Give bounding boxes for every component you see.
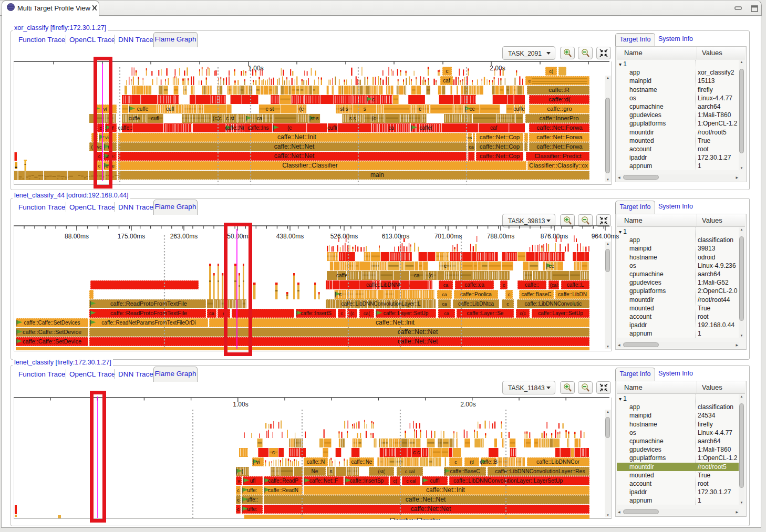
svg-text:caffe::Net::Net: caffe::Net::Net xyxy=(406,496,446,503)
svg-text:701.00ms: 701.00ms xyxy=(434,233,462,240)
svg-text:(: ( xyxy=(91,144,93,150)
svg-text:(c: (c xyxy=(299,106,304,112)
svg-text:st s: st s xyxy=(340,106,348,112)
svg-text:caf: caf xyxy=(443,78,450,84)
svg-text:caffe::ReadProtoFromTextFile: caffe::ReadProtoFromTextFile xyxy=(110,300,187,307)
svg-text:caffe::L: caffe::L xyxy=(567,282,584,288)
svg-text:613.00ms: 613.00ms xyxy=(382,233,410,240)
svg-text:Classifier::Predict: Classifier::Predict xyxy=(534,153,582,159)
svg-text:c: c xyxy=(372,97,375,102)
svg-text:cufl(: cufl( xyxy=(327,125,338,131)
svg-text:caffe::InnerPro: caffe::InnerPro xyxy=(539,115,578,121)
svg-text:c: c xyxy=(237,507,240,512)
svg-text:main: main xyxy=(370,171,384,179)
svg-text:caffe::Net::Cop: caffe::Net::Cop xyxy=(480,134,520,140)
svg-text:caffe::LibDN: caffe::LibDN xyxy=(558,291,587,297)
svg-text:caffe::N(: caffe::N( xyxy=(225,125,245,131)
svg-text:(cal: (cal xyxy=(550,283,558,288)
svg-text:caffe::Caffe::SetDevice: caffe::Caffe::SetDevice xyxy=(23,338,81,345)
svg-text:ca: ca xyxy=(469,144,474,150)
svg-text:1.00s: 1.00s xyxy=(248,65,263,72)
svg-text:caffe::Net::F: caffe::Net::F xyxy=(309,478,338,484)
svg-text:vi: vi xyxy=(256,459,260,465)
svg-text:ca: ca xyxy=(388,125,394,131)
svg-text:uffe:: uffe: xyxy=(247,506,257,512)
svg-text:c: c xyxy=(529,78,531,84)
svg-text:caffe::Layer::SetUp: caffe::Layer::SetUp xyxy=(384,310,429,316)
svg-text:88.00ms: 88.00ms xyxy=(65,233,89,240)
svg-text:1.00s: 1.00s xyxy=(233,401,248,408)
svg-text:caffe::ReadP: caffe::ReadP xyxy=(268,478,298,484)
svg-text:caffe::LibDNNConvolutionLayer:: caffe::LibDNNConvolutionLayer::Res xyxy=(495,468,585,474)
svg-text:caffe::Net::Net: caffe::Net::Net xyxy=(398,338,438,345)
svg-text:caffe::ReadN: caffe::ReadN xyxy=(268,487,298,493)
svg-text:c: c xyxy=(506,301,509,307)
svg-text:caffe::Caffe::SetDevice: caffe::Caffe::SetDevice xyxy=(23,329,81,335)
svg-text:c st: c st xyxy=(226,116,234,121)
svg-text:ca: ca xyxy=(442,301,447,307)
svg-text:876.00ms: 876.00ms xyxy=(541,233,568,240)
svg-text:Classifier::Classifier: Classifier::Classifier xyxy=(282,162,337,169)
svg-text:964.00ms: 964.00ms xyxy=(592,233,619,240)
svg-text:Classifier::Classify::cx: Classifier::Classify::cx xyxy=(529,162,588,169)
svg-text:caffe::InsertSp: caffe::InsertSp xyxy=(350,478,384,484)
svg-text:caffe::BaseC: caffe::BaseC xyxy=(450,468,480,474)
svg-text:caffe::Net::Forwa: caffe::Net::Forwa xyxy=(536,143,583,150)
svg-text:s: s xyxy=(364,106,366,112)
svg-text:c(c: c(c xyxy=(520,311,526,316)
svg-text:caffe::ReadNetParamsFromTextFi: caffe::ReadNetParamsFromTextFileOrDi xyxy=(101,320,195,326)
svg-text:caffe::Net::Init: caffe::Net::Init xyxy=(376,319,415,326)
svg-text:c: c xyxy=(508,292,511,297)
svg-text:caffe::B: caffe::B xyxy=(480,459,498,465)
svg-text:Ne: Ne xyxy=(312,468,318,474)
svg-text:c: c xyxy=(340,311,343,316)
svg-text:ca(: ca( xyxy=(364,311,370,316)
svg-text:c st: c st xyxy=(266,106,274,112)
svg-text:c: c xyxy=(237,497,240,503)
svg-text:ca: ca xyxy=(257,116,263,121)
svg-text:c: c xyxy=(444,263,447,269)
svg-text:175.00ms: 175.00ms xyxy=(118,233,146,240)
svg-text:uffe:: uffe: xyxy=(247,487,257,493)
svg-text:caffe::Net::Init: caffe::Net::Init xyxy=(277,133,316,141)
svg-text:c: c xyxy=(339,291,342,297)
svg-text:c: c xyxy=(503,283,505,288)
svg-text:caffe::Poolica: caffe::Poolica xyxy=(460,291,492,297)
svg-text:caffe::Net::Net: caffe::Net::Net xyxy=(274,143,315,150)
svg-text:caffe::R: caffe::R xyxy=(548,87,569,93)
svg-text:caffe::Layer::Se: caffe::Layer::Se xyxy=(467,310,504,316)
svg-text:caffe(: caffe( xyxy=(419,125,432,131)
svg-text:caffe::d(: caffe::d( xyxy=(548,96,571,102)
svg-text:v: v xyxy=(237,478,240,484)
svg-text:c cal: c cal xyxy=(406,478,416,484)
svg-text:cufl: cufl xyxy=(151,116,160,121)
svg-text:c: c xyxy=(272,450,275,455)
svg-text:c(: c( xyxy=(549,69,553,74)
svg-text:s s: s s xyxy=(349,116,356,121)
svg-text:st s: st s xyxy=(310,116,319,121)
svg-text:caffe::InsertS: caffe::InsertS xyxy=(301,310,332,316)
svg-text:cuffe: cuffe xyxy=(129,116,140,121)
svg-text:caffe::LibDNNConvolutic: caffe::LibDNNConvolutic xyxy=(525,301,582,307)
svg-text:caffe::LibDNtca: caffe::LibDNtca xyxy=(458,301,494,307)
svg-text:2.00s: 2.00s xyxy=(490,65,505,72)
svg-text:c cal: c cal xyxy=(405,469,415,474)
svg-text:cuffl: cuffl xyxy=(430,478,439,484)
svg-text:caf: caf xyxy=(490,125,498,131)
svg-text:(c(c: (c(c xyxy=(213,116,222,121)
svg-text:caffe: caffe xyxy=(336,273,348,278)
svg-text:c: c xyxy=(419,106,421,112)
svg-text:cuffe: cuffe xyxy=(137,106,149,112)
svg-text:(tl: (tl xyxy=(470,460,474,465)
svg-text:caffe::Net::Forwa: caffe::Net::Forwa xyxy=(536,124,583,131)
svg-text:ca: ca xyxy=(443,283,449,288)
svg-text:caffe::LibDNNCor: caffe::LibDNNCor xyxy=(536,458,580,465)
svg-text:s: s xyxy=(330,468,333,474)
svg-text:ca: ca xyxy=(442,292,447,297)
svg-text:(c: (c xyxy=(428,273,432,278)
svg-text:caffe::N: caffe::N xyxy=(307,459,325,465)
svg-text:438.00ms: 438.00ms xyxy=(276,233,304,240)
svg-text:caffe::Net::Forwa: caffe::Net::Forwa xyxy=(536,134,583,140)
svg-text:c: c xyxy=(237,488,240,493)
svg-text:ca: ca xyxy=(468,135,472,140)
